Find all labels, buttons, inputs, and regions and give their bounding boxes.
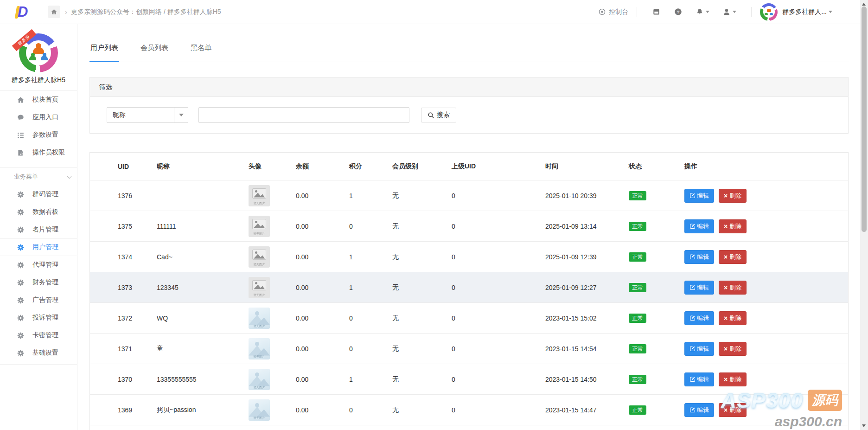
delete-button[interactable]: ×删除: [719, 342, 747, 356]
home-icon: [17, 96, 25, 104]
svg-text:?: ?: [677, 9, 680, 14]
cell-points: 1: [349, 376, 392, 383]
sidebar-item-module-home[interactable]: 模块首页: [0, 91, 77, 109]
status-badge: 正常: [629, 405, 646, 415]
sidebar: 群多多 群多多社群人脉H5 模块首页 应用入口 参数设置 操作员权限 业务菜单: [0, 24, 77, 430]
edit-button[interactable]: 编辑: [684, 250, 714, 264]
cell-level: 无: [392, 314, 452, 322]
console-link[interactable]: 控制台: [598, 8, 628, 16]
table-header-row: UID 昵称 头像 余额 积分 会员级别 上级UID 时间 状态 操作: [90, 153, 848, 180]
target-icon: [598, 8, 606, 16]
divider: [751, 7, 752, 17]
sidebar-item-key-management[interactable]: 卡密管理: [0, 327, 77, 344]
account-name[interactable]: 群多多社群人...: [782, 8, 827, 16]
table-row: 1375 111111 暂无图片 0.00 0 无 0 2025-01-09 1…: [90, 211, 848, 242]
delete-button[interactable]: ×删除: [719, 189, 747, 203]
apps-card-button[interactable]: [652, 7, 661, 16]
delete-button[interactable]: ×删除: [719, 250, 747, 264]
edit-icon: [689, 315, 696, 321]
tab-blacklist[interactable]: 黑名单: [190, 43, 212, 62]
gear-icon: [17, 314, 25, 322]
cell-balance: 0.00: [296, 345, 349, 353]
sidebar-item-complaint-management[interactable]: 投诉管理: [0, 309, 77, 327]
cell-level: 无: [392, 406, 452, 414]
help-button[interactable]: ?: [674, 7, 683, 16]
account-avatar[interactable]: [760, 3, 778, 21]
sidebar-item-label: 用户管理: [32, 243, 58, 251]
cell-parent-uid: 0: [452, 223, 545, 230]
tab-user-list[interactable]: 用户列表: [89, 43, 119, 62]
list-icon: [17, 131, 25, 139]
gear-icon: [17, 261, 25, 269]
scroll-up-arrow-icon[interactable]: [862, 3, 866, 6]
breadcrumb-chevron-icon: ›: [65, 8, 67, 16]
sidebar-item-group-code[interactable]: 群码管理: [0, 186, 77, 203]
console-label: 控制台: [609, 8, 628, 16]
sidebar-item-app-entry[interactable]: 应用入口: [0, 109, 77, 126]
col-balance: 余额: [296, 162, 349, 171]
search-icon: [428, 112, 434, 119]
bell-icon: [696, 8, 704, 16]
sidebar-item-parameter-settings[interactable]: 参数设置: [0, 126, 77, 144]
delete-button[interactable]: ×删除: [719, 372, 747, 386]
cell-points: 0: [349, 223, 392, 230]
edit-button[interactable]: 编辑: [684, 342, 714, 356]
filter-field-select[interactable]: 昵称: [107, 107, 188, 123]
cell-points: 0: [349, 314, 392, 322]
edit-button[interactable]: 编辑: [684, 403, 714, 417]
search-input[interactable]: [198, 107, 409, 123]
avatar-placeholder: 暂无图片: [249, 399, 270, 421]
cell-uid: 1372: [118, 314, 157, 322]
sidebar-item-data-dashboard[interactable]: 数据看板: [0, 203, 77, 221]
sidebar-item-ad-management[interactable]: 广告管理: [0, 291, 77, 309]
select-arrow[interactable]: [174, 108, 188, 122]
top-bar: D › 更多亲测源码公众号：创颜网络 / 群多多社群人脉H5 控制台 ?: [0, 0, 860, 24]
cell-parent-uid: 0: [452, 406, 545, 414]
cell-parent-uid: 0: [452, 345, 545, 353]
home-button[interactable]: [48, 6, 60, 18]
user-menu-button[interactable]: [722, 8, 736, 16]
sidebar-item-agent-management[interactable]: 代理管理: [0, 256, 77, 274]
col-actions: 操作: [684, 162, 848, 171]
scrollbar-thumb[interactable]: [862, 6, 867, 232]
delete-button[interactable]: ×删除: [719, 311, 747, 325]
edit-button[interactable]: 编辑: [684, 189, 714, 203]
status-badge: 正常: [629, 344, 646, 353]
sidebar-item-user-management[interactable]: 用户管理: [0, 238, 77, 256]
delete-button[interactable]: ×删除: [719, 219, 747, 233]
cell-balance: 0.00: [296, 376, 349, 383]
sidebar-item-basic-settings[interactable]: 基础设置: [0, 344, 77, 362]
chevron-down-icon: [733, 11, 736, 13]
cell-nickname: Cad~: [157, 253, 249, 261]
divider: [0, 364, 77, 365]
filter-title: 筛选: [90, 77, 848, 97]
cell-level: 无: [392, 345, 452, 353]
notifications-button[interactable]: [696, 8, 709, 16]
sidebar-item-finance-management[interactable]: 财务管理: [0, 274, 77, 291]
scroll-down-arrow-icon[interactable]: [862, 424, 866, 427]
sidebar-item-card-management[interactable]: 名片管理: [0, 221, 77, 238]
search-button[interactable]: 搜索: [421, 108, 456, 122]
cell-nickname: WQ: [157, 314, 249, 322]
cell-level: 无: [392, 283, 452, 292]
cell-balance: 0.00: [296, 406, 349, 414]
edit-icon: [689, 254, 696, 260]
scrollbar[interactable]: [860, 0, 868, 430]
sidebar-section-business[interactable]: 业务菜单: [0, 168, 77, 186]
edit-button[interactable]: 编辑: [684, 372, 714, 386]
cell-time: 2025-01-09 12:27: [545, 284, 629, 291]
status-badge: 正常: [629, 252, 646, 262]
edit-button[interactable]: 编辑: [684, 311, 714, 325]
edit-button[interactable]: 编辑: [684, 281, 714, 295]
delete-button[interactable]: ×删除: [719, 281, 747, 295]
edit-button[interactable]: 编辑: [684, 219, 714, 233]
delete-button[interactable]: ×删除: [719, 403, 747, 417]
edit-icon: [689, 376, 696, 382]
edit-icon: [689, 193, 696, 199]
tab-member-list[interactable]: 会员列表: [140, 43, 169, 62]
edit-icon: [689, 346, 696, 352]
chevron-down-icon: [179, 114, 184, 116]
sidebar-item-operator-permissions[interactable]: 操作员权限: [0, 144, 77, 161]
cell-uid: 1369: [118, 406, 157, 414]
cell-nickname: 拷贝~passion: [157, 406, 249, 414]
